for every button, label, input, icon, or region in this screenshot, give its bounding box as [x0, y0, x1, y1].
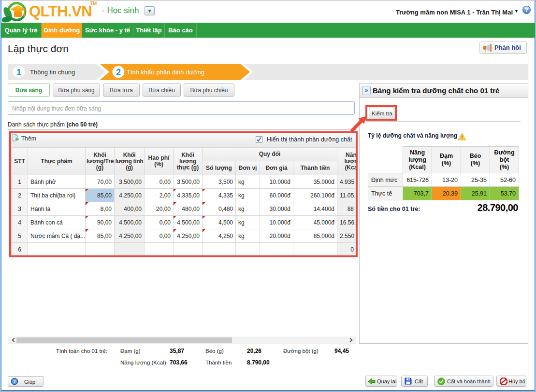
svg-text:Tính khẩu phần dinh dưỡng: Tính khẩu phần dinh dưỡng	[127, 69, 204, 76]
svg-text:?: ?	[13, 379, 16, 384]
svg-text:Thông tin chung: Thông tin chung	[30, 69, 75, 76]
svg-text:?: ?	[525, 7, 528, 14]
svg-text:1: 1	[16, 68, 21, 77]
svg-text:2: 2	[116, 68, 121, 77]
